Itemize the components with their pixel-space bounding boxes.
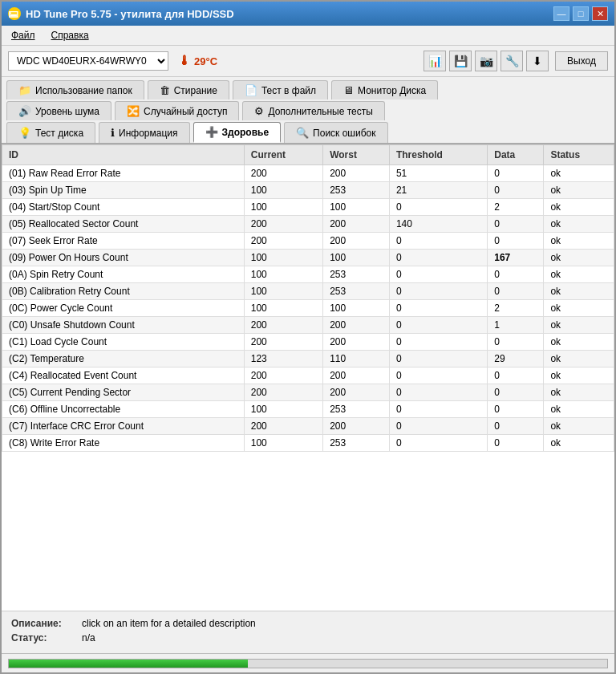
table-row[interactable]: (C5) Current Pending Sector20020000ok (2, 384, 614, 401)
table-row[interactable]: (0A) Spin Retry Count10025300ok (2, 266, 614, 283)
window-title: HD Tune Pro 5.75 - утилита для HDD/SSD (26, 8, 234, 20)
status-value: n/a (82, 632, 95, 644)
table-row[interactable]: (09) Power On Hours Count1001000167ok (2, 250, 614, 266)
menu-file[interactable]: Файл (8, 28, 38, 43)
tab-extra-tests-label: Дополнительные тесты (268, 106, 372, 117)
cell-status: ok (544, 250, 614, 266)
tab-health[interactable]: ➕ Здоровье (193, 122, 282, 143)
cell-worst: 200 (323, 165, 390, 182)
tab-file-test[interactable]: 📄 Тест в файл (233, 80, 328, 99)
tab-disk-monitor[interactable]: 🖥 Монитор Диска (331, 80, 438, 99)
toolbar-icon-group: 📊 💾 📷 🔧 ⬇ Выход (424, 51, 608, 71)
table-row[interactable]: (05) Reallocated Sector Count2002001400o… (2, 216, 614, 233)
table-row[interactable]: (03) Spin Up Time100253210ok (2, 182, 614, 199)
table-row[interactable]: (07) Seek Error Rate20020000ok (2, 233, 614, 250)
cell-current: 100 (244, 250, 322, 266)
nav-row-3: 💡 Тест диска ℹ Информация ➕ Здоровье 🔍 П… (6, 122, 610, 143)
maximize-button[interactable]: □ (573, 6, 589, 21)
cell-data: 2 (488, 300, 544, 317)
title-bar: 🖴 HD Tune Pro 5.75 - утилита для HDD/SSD… (2, 2, 614, 26)
cell-status: ok (544, 216, 614, 233)
table-row[interactable]: (0C) Power Cycle Count10010002ok (2, 300, 614, 317)
cell-threshold: 0 (389, 384, 487, 401)
cell-current: 100 (244, 401, 322, 418)
tab-random-access[interactable]: 🔀 Случайный доступ (115, 101, 239, 120)
table-row[interactable]: (01) Raw Read Error Rate200200510ok (2, 165, 614, 182)
tab-folder-usage[interactable]: 📁 Использование папок (6, 80, 144, 99)
cell-threshold: 21 (389, 182, 487, 199)
menu-help[interactable]: Справка (48, 28, 92, 43)
cell-id: (04) Start/Stop Count (2, 199, 245, 216)
nav-tabs: 📁 Использование папок 🗑 Стирание 📄 Тест … (2, 77, 614, 144)
cell-current: 200 (244, 317, 322, 334)
smart-table: ID Current Worst Threshold Data Status (… (2, 144, 614, 452)
cell-status: ok (544, 233, 614, 250)
tab-disk-test[interactable]: 💡 Тест диска (6, 122, 95, 143)
table-row[interactable]: (C0) Unsafe Shutdown Count20020001ok (2, 317, 614, 334)
temperature-display: 🌡 29°C (178, 54, 217, 68)
table-row[interactable]: (C4) Reallocated Event Count20020000ok (2, 367, 614, 384)
cell-status: ok (544, 384, 614, 401)
description-label: Описание: (11, 618, 75, 629)
toolbar-btn-screenshot[interactable]: 📷 (475, 51, 497, 71)
cell-threshold: 0 (389, 266, 487, 283)
toolbar-btn-download[interactable]: ⬇ (526, 51, 549, 71)
cell-threshold: 0 (389, 435, 487, 452)
cell-data: 0 (488, 216, 544, 233)
cell-data: 0 (488, 418, 544, 435)
tab-error-scan[interactable]: 🔍 Поиск ошибок (284, 122, 387, 143)
tab-erase[interactable]: 🗑 Стирание (148, 80, 229, 99)
cell-status: ok (544, 300, 614, 317)
cell-current: 100 (244, 182, 322, 199)
table-row[interactable]: (0B) Calibration Retry Count10025300ok (2, 283, 614, 300)
table-row[interactable]: (04) Start/Stop Count10010002ok (2, 199, 614, 216)
table-row[interactable]: (C6) Offline Uncorrectable10025300ok (2, 401, 614, 418)
cell-data: 0 (488, 384, 544, 401)
drive-selector[interactable]: WDC WD40EURX-64WRWY0 (4000 гB) (8, 51, 168, 71)
toolbar-btn-settings[interactable]: 🔧 (500, 51, 523, 71)
cell-data: 167 (488, 250, 544, 266)
description-value: click on an item for a detailed descript… (82, 618, 256, 629)
title-controls: — □ ✕ (553, 6, 608, 21)
close-button[interactable]: ✕ (592, 6, 608, 21)
table-row[interactable]: (C1) Load Cycle Count20020000ok (2, 334, 614, 351)
cell-current: 100 (244, 300, 322, 317)
cell-worst: 200 (323, 334, 390, 351)
exit-button[interactable]: Выход (555, 51, 608, 71)
toolbar-btn-save[interactable]: 💾 (449, 51, 472, 71)
extra-icon: ⚙ (254, 105, 264, 117)
table-row[interactable]: (C2) Temperature123110029ok (2, 351, 614, 367)
col-header-current: Current (244, 145, 322, 165)
progress-bar-fill (9, 660, 248, 668)
folder-icon: 📁 (18, 84, 31, 96)
tab-extra-tests[interactable]: ⚙ Дополнительные тесты (242, 101, 384, 120)
cell-worst: 253 (323, 283, 390, 300)
cell-worst: 200 (323, 233, 390, 250)
col-header-status: Status (544, 145, 614, 165)
tab-noise[interactable]: 🔊 Уровень шума (6, 101, 111, 120)
temperature-value: 29°C (194, 55, 217, 67)
col-header-threshold: Threshold (389, 145, 487, 165)
main-content: ID Current Worst Threshold Data Status (… (2, 144, 614, 611)
cell-worst: 100 (323, 250, 390, 266)
cell-current: 100 (244, 283, 322, 300)
cell-threshold: 0 (389, 199, 487, 216)
cell-status: ok (544, 418, 614, 435)
monitor-icon: 🖥 (343, 84, 354, 96)
tab-disk-monitor-label: Монитор Диска (358, 85, 426, 96)
cell-current: 200 (244, 165, 322, 182)
cell-status: ok (544, 283, 614, 300)
erase-icon: 🗑 (160, 84, 170, 96)
table-row[interactable]: (C8) Write Error Rate10025300ok (2, 435, 614, 452)
title-bar-left: 🖴 HD Tune Pro 5.75 - утилита для HDD/SSD (8, 7, 234, 20)
table-row[interactable]: (C7) Interface CRC Error Count20020000ok (2, 418, 614, 435)
health-icon: ➕ (205, 126, 218, 138)
cell-worst: 253 (323, 266, 390, 283)
toolbar-btn-benchmark[interactable]: 📊 (424, 51, 446, 71)
tab-info[interactable]: ℹ Информация (99, 122, 189, 143)
minimize-button[interactable]: — (553, 6, 569, 21)
cell-id: (09) Power On Hours Count (2, 250, 245, 266)
info-icon: ℹ (111, 127, 115, 139)
cell-data: 0 (488, 182, 544, 199)
description-row: Описание: click on an item for a detaile… (11, 618, 605, 629)
